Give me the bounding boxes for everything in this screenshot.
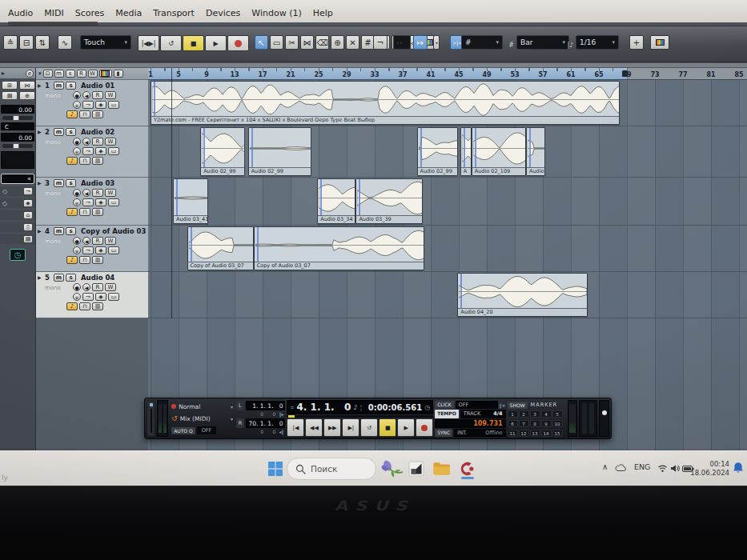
marker-5-button[interactable]: 5 — [552, 410, 563, 418]
track-eq-state-button[interactable]: ◈ — [95, 198, 106, 206]
track-musical-mode-button[interactable]: ♪ — [66, 302, 78, 310]
inspector-edit-button[interactable]: e — [26, 70, 34, 78]
track-record-button[interactable]: ● — [73, 189, 81, 197]
track-edit-button[interactable]: e — [73, 246, 81, 254]
track-mute-button[interactable]: m — [54, 179, 64, 187]
track-inserts-state-button[interactable]: ⊸ — [82, 101, 94, 109]
track-inserts-state-button[interactable]: ⊸ — [82, 198, 94, 206]
track-lanes-button[interactable]: ▥ — [92, 302, 103, 310]
crosshair-icon[interactable]: + — [629, 35, 644, 50]
track-solo-button[interactable]: s — [66, 179, 76, 187]
sync-mode[interactable]: INT. — [457, 430, 467, 436]
speaker-icon[interactable] — [670, 464, 681, 474]
sync-button[interactable]: SYNC — [435, 429, 452, 437]
inspector-toggle-icon[interactable]: ≙ — [3, 35, 18, 50]
show-markers-button[interactable]: SHOW — [508, 402, 528, 409]
right-locator-button[interactable]: R — [236, 418, 244, 428]
track-edit-button[interactable]: e — [73, 198, 81, 206]
punch-in-icon[interactable]: ‖▸ — [279, 411, 283, 418]
tracklist-colors-button[interactable] — [99, 70, 112, 78]
taskbar-file-explorer[interactable] — [431, 458, 453, 480]
track-eq-state-button[interactable]: ◈ — [95, 147, 106, 155]
toolbar-stop-button[interactable]: ■ — [183, 35, 204, 51]
track-eq-state-button[interactable]: ◈ — [95, 246, 106, 254]
inspector-collapse-arrow[interactable]: ▸ — [2, 70, 5, 77]
tool-glue-icon[interactable]: ⋈ — [300, 35, 314, 50]
sends-slot[interactable]: ⌂ — [0, 210, 35, 220]
track-inserts-state-button[interactable]: ⊸ — [82, 293, 94, 301]
track-read-button[interactable]: R — [92, 237, 103, 245]
sends-section-icon[interactable]: ▤ — [2, 91, 18, 100]
track-record-button[interactable]: ● — [73, 91, 81, 99]
bypass-eq-icon[interactable]: ◈ — [23, 199, 33, 207]
menu-item-media[interactable]: Media — [110, 7, 148, 19]
transport-cycle-button[interactable]: ↺ — [360, 418, 378, 437]
transport-stop-button[interactable]: ■ — [379, 418, 396, 437]
track-name[interactable]: Audio 03 — [81, 179, 114, 187]
taskbar-cubase[interactable] — [456, 458, 479, 480]
track-lane-3[interactable] — [148, 178, 747, 226]
track-inserts-state-button[interactable]: ⊸ — [82, 147, 94, 155]
marker-2-button[interactable]: 2 — [519, 410, 529, 418]
track-lock-button[interactable]: ⊓ — [79, 302, 90, 310]
track-write-button[interactable]: W — [105, 189, 116, 197]
audio-event-audio-03-39[interactable]: Audio 03_39 — [355, 178, 423, 224]
track-mute-button[interactable]: m — [54, 227, 64, 235]
autoscroll-arrow-icon[interactable]: ◂ — [433, 35, 440, 50]
tray-clock[interactable]: 00:14 18.06.2024 — [690, 460, 729, 478]
menu-item-help[interactable]: Help — [308, 7, 339, 19]
pan-display[interactable]: C — [1, 122, 34, 130]
transport-goto-end-button[interactable]: ▶| — [342, 418, 359, 437]
tray-chevron-icon[interactable]: ∧ — [602, 462, 608, 471]
tempo-value[interactable]: 109.731 — [435, 419, 505, 428]
ruler[interactable]: 1591317212529333741454953576165697377818… — [148, 68, 747, 80]
track-musical-mode-button[interactable]: ♪ — [66, 256, 78, 264]
track-solo-button[interactable]: s — [66, 128, 76, 136]
menu-item-transport[interactable]: Transport — [148, 7, 201, 19]
tool-range-select-icon[interactable]: ▭ — [270, 35, 283, 50]
position-nudge-icon[interactable]: ± — [290, 405, 294, 409]
track-lanes-button[interactable]: ▥ — [92, 157, 103, 165]
menu-item-scores[interactable]: Scores — [70, 7, 111, 19]
wifi-icon[interactable] — [657, 464, 668, 474]
transport-drag-handle[interactable] — [147, 400, 155, 437]
marker-7-button[interactable]: 7 — [519, 420, 529, 427]
bypass-sends-icon[interactable]: ⌂ — [23, 211, 33, 219]
track-record-button[interactable]: ● — [73, 138, 81, 146]
click-value[interactable]: OFF — [459, 402, 469, 408]
track-row-audio-04[interactable]: ▶5msAudio 04mono●◀RWe⊸◈▭♪⊓▥ — [36, 272, 148, 318]
tracklist-narrow-button[interactable]: ▮ — [114, 70, 123, 78]
tool-object-select-icon[interactable]: ↖ — [255, 35, 268, 50]
track-write-button[interactable]: W — [105, 237, 116, 245]
marker-15-button[interactable]: 15 — [552, 430, 563, 437]
track-read-button[interactable]: R — [92, 283, 103, 291]
track-monitor-button[interactable]: ◀ — [82, 237, 90, 245]
audio-event-audio-04-20[interactable]: Audio 04_20 — [457, 273, 588, 317]
channel-section-icon[interactable]: ⊕ — [19, 91, 35, 100]
track-name[interactable]: Copy of Audio 03 — [81, 227, 146, 235]
track-lane-5[interactable] — [148, 272, 747, 318]
pool-toggle-icon[interactable]: ⇅ — [35, 35, 50, 50]
track-write-button[interactable]: W — [105, 138, 116, 146]
volume-display[interactable]: 0.00 — [1, 105, 34, 114]
track-edit-button[interactable]: e — [73, 101, 81, 109]
track-monitor-button[interactable]: ◀ — [82, 91, 90, 99]
toolbar-cycle-button[interactable]: ↺ — [160, 35, 182, 51]
position-display[interactable]: 4. 1. 1. 0 — [296, 402, 351, 413]
track-solo-button[interactable]: s — [66, 227, 76, 235]
track-lock-button[interactable]: ⊓ — [79, 208, 90, 216]
track-read-button[interactable]: R — [92, 91, 103, 99]
track-solo-button[interactable]: s — [66, 82, 76, 90]
start-button[interactable] — [264, 458, 287, 480]
track-inserts-state-button[interactable]: ⊸ — [82, 246, 94, 254]
tracklist-solo-all-button[interactable]: s — [66, 70, 75, 78]
right-locator-display[interactable]: 70. 1. 1. 0 — [246, 418, 286, 428]
notification-bell-icon[interactable] — [733, 462, 744, 475]
track-monitor-button[interactable]: ◀ — [82, 138, 90, 146]
track-monitor-button[interactable]: ◀ — [82, 283, 90, 291]
track-name[interactable]: Audio 01 — [81, 82, 114, 90]
track-lanes-button[interactable]: ▥ — [92, 208, 103, 216]
automation-curve-icon[interactable]: ∿ — [58, 35, 72, 50]
position-slider[interactable] — [287, 415, 433, 418]
left-locator-display[interactable]: 1. 1. 1. 0 — [246, 401, 286, 410]
